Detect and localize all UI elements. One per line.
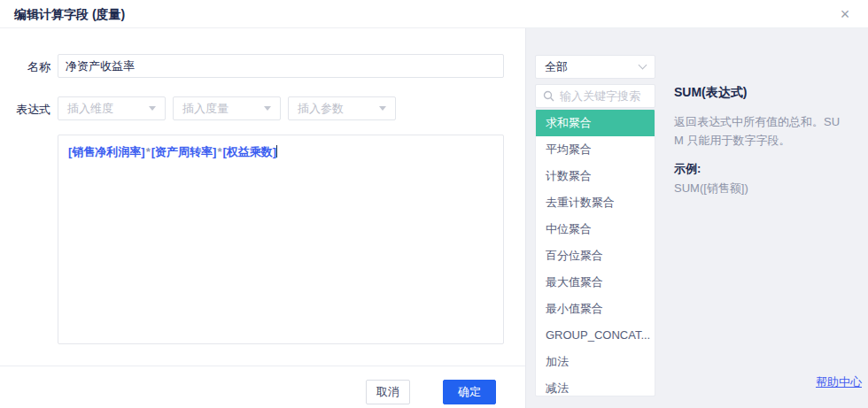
search-icon bbox=[543, 90, 554, 102]
function-list-item[interactable]: 百分位聚合 bbox=[536, 242, 655, 269]
function-doc-description: 返回表达式中所有值的总和。SUM 只能用于数字字段。 bbox=[674, 112, 841, 150]
function-search-input[interactable] bbox=[560, 89, 647, 103]
insert-dimension-placeholder: 插入维度 bbox=[67, 101, 149, 117]
cancel-button[interactable]: 取消 bbox=[366, 380, 410, 404]
insert-parameter-placeholder: 插入参数 bbox=[298, 101, 379, 117]
insert-dimension-dropdown[interactable]: 插入维度 bbox=[58, 96, 166, 120]
expression-field-token: [销售净利润率] bbox=[68, 145, 145, 158]
function-list-item[interactable]: 计数聚合 bbox=[536, 163, 655, 189]
function-doc-panel: SUM(表达式) 返回表达式中所有值的总和。SUM 只能用于数字字段。 示例: … bbox=[674, 85, 856, 196]
caret-down-icon bbox=[264, 106, 271, 111]
function-list-item[interactable]: GROUP_CONCAT... bbox=[536, 322, 655, 349]
insert-measure-placeholder: 插入度量 bbox=[182, 101, 264, 117]
caret-down-icon bbox=[149, 106, 156, 111]
dialog-footer: 取消 确定 bbox=[0, 366, 525, 408]
chevron-down-icon bbox=[639, 61, 647, 70]
text-cursor bbox=[276, 145, 277, 158]
edit-calculated-field-dialog: 编辑计算字段 (度量) × 名称 表达式 插入维度 插入度量 插入参数 [销售净… bbox=[0, 0, 868, 408]
close-icon[interactable]: × bbox=[836, 4, 854, 25]
function-doc-example-label: 示例: bbox=[674, 161, 856, 177]
function-list-item[interactable]: 平均聚合 bbox=[536, 136, 655, 163]
function-list-item[interactable]: 最大值聚合 bbox=[536, 269, 655, 296]
expression-field-token: [权益乘数] bbox=[222, 145, 276, 158]
function-doc-title: SUM(表达式) bbox=[674, 85, 856, 101]
dialog-title: 编辑计算字段 (度量) bbox=[14, 7, 125, 23]
expression-label: 表达式 bbox=[9, 102, 50, 118]
name-input[interactable] bbox=[58, 54, 504, 78]
function-list-item[interactable]: 去重计数聚合 bbox=[536, 189, 655, 216]
expression-editor[interactable]: [销售净利润率]*[资产周转率]*[权益乘数] bbox=[58, 135, 504, 344]
confirm-button[interactable]: 确定 bbox=[443, 380, 496, 404]
function-list: 求和聚合 平均聚合 计数聚合 去重计数聚合 中位聚合 百分位聚合 最大值聚合 最… bbox=[535, 109, 655, 396]
name-label: 名称 bbox=[15, 59, 50, 75]
function-search-box bbox=[535, 84, 655, 108]
function-category-value: 全部 bbox=[545, 59, 639, 75]
function-reference-section: 全部 求和聚合 平均聚合 计数聚合 去重计数聚合 中位聚合 百分位聚合 最大值聚… bbox=[525, 28, 868, 408]
help-center-link[interactable]: 帮助中心 bbox=[816, 374, 862, 390]
insert-measure-dropdown[interactable]: 插入度量 bbox=[173, 96, 281, 120]
function-category-dropdown[interactable]: 全部 bbox=[535, 55, 655, 79]
function-list-item[interactable]: 最小值聚合 bbox=[536, 296, 655, 322]
insert-parameter-dropdown[interactable]: 插入参数 bbox=[288, 96, 396, 120]
function-list-item[interactable]: 求和聚合 bbox=[536, 110, 655, 136]
function-list-item[interactable]: 中位聚合 bbox=[536, 216, 655, 242]
form-section: 名称 表达式 插入维度 插入度量 插入参数 [销售净利润率]*[资产周转率]*[… bbox=[0, 28, 525, 408]
function-doc-example: SUM([销售额]) bbox=[674, 181, 856, 196]
dialog-header: 编辑计算字段 (度量) × bbox=[0, 0, 868, 28]
expression-operator: * bbox=[145, 145, 151, 158]
caret-down-icon bbox=[379, 106, 386, 111]
expression-field-token: [资产周转率] bbox=[151, 145, 217, 158]
function-list-item[interactable]: 减法 bbox=[536, 375, 655, 396]
function-list-item[interactable]: 加法 bbox=[536, 349, 655, 375]
